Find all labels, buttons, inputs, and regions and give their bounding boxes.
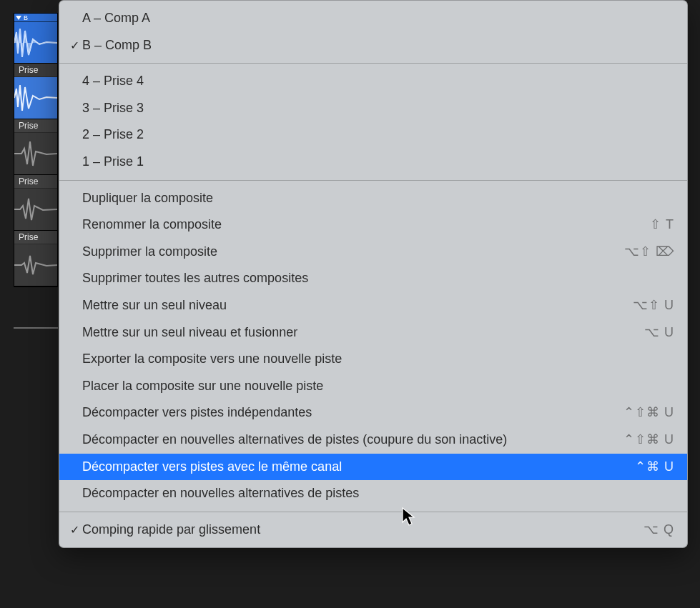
menu-item-unpack-new-alternatives[interactable]: Décompacter en nouvelles alternatives de… [59, 480, 687, 507]
menu-item-label: Placer la composite sur une nouvelle pis… [82, 379, 674, 394]
take-folder-context-menu: A – Comp A ✓ B – Comp B 4 – Prise 4 3 – … [59, 0, 688, 548]
check-icon: ✓ [66, 523, 82, 537]
comp-region[interactable] [14, 22, 57, 64]
check-icon: ✓ [66, 39, 82, 52]
menu-item-delete-other-comps[interactable]: Supprimer toutes les autres composites [59, 265, 687, 292]
menu-item-label: 2 – Prise 2 [82, 127, 674, 143]
disclosure-triangle-icon[interactable] [16, 16, 21, 20]
menu-item-label: Décompacter en nouvelles alternatives de… [82, 486, 674, 502]
menu-item-label: Décompacter vers pistes indépendantes [82, 405, 623, 421]
menu-separator [59, 180, 687, 181]
waveform-icon [14, 25, 57, 61]
menu-item-delete-comp[interactable]: Supprimer la composite ⌥⇧ ⌦ [59, 239, 687, 266]
menu-item-take-4[interactable]: 4 – Prise 4 [59, 68, 687, 95]
menu-shortcut: ⌥⇧ ⌦ [624, 244, 674, 260]
menu-item-take-3[interactable]: 3 – Prise 3 [59, 95, 687, 122]
menu-item-take-2[interactable]: 2 – Prise 2 [59, 121, 687, 149]
menu-shortcut: ⌃⇧⌘ U [623, 405, 674, 421]
take-region[interactable] [14, 189, 57, 230]
take-lane-1[interactable]: Prise [14, 64, 57, 119]
menu-shortcut: ⌥⇧ U [633, 298, 674, 314]
menu-item-label: Décompacter en nouvelles alternatives de… [82, 432, 623, 448]
menu-item-label: A – Comp A [82, 11, 674, 26]
menu-shortcut: ⇧ T [650, 217, 674, 233]
menu-item-flatten[interactable]: Mettre sur un seul niveau ⌥⇧ U [59, 292, 687, 319]
menu-item-label: Mettre sur un seul niveau [82, 298, 633, 314]
menu-item-unpack-same-channel[interactable]: Décompacter vers pistes avec le même can… [59, 454, 687, 481]
take-lane-2[interactable]: Prise [14, 119, 57, 175]
take-region[interactable] [14, 133, 57, 174]
take-region[interactable] [14, 77, 57, 119]
waveform-icon [14, 191, 57, 227]
menu-item-quick-swipe-comping[interactable]: ✓ Comping rapide par glissement ⌥ Q [59, 517, 687, 544]
menu-item-label: Comping rapide par glissement [82, 522, 644, 538]
menu-item-label: Renommer la composite [82, 217, 650, 233]
menu-item-label: Mettre sur un seul niveau et fusionner [82, 325, 644, 341]
menu-item-label: 3 – Prise 3 [82, 101, 674, 116]
menu-separator [59, 63, 687, 64]
menu-item-unpack-new-tracks[interactable]: Décompacter vers pistes indépendantes ⌃⇧… [59, 399, 687, 427]
take-label: Prise [14, 231, 57, 244]
menu-item-label: Dupliquer la composite [82, 191, 674, 206]
take-lane-3[interactable]: Prise [14, 175, 57, 231]
menu-separator [59, 512, 687, 512]
track-divider [14, 327, 58, 329]
menu-item-unpack-new-alternatives-muted[interactable]: Décompacter en nouvelles alternatives de… [59, 427, 687, 454]
take-label: Prise [14, 175, 57, 189]
menu-item-export-comp-new-track[interactable]: Exporter la composite vers une nouvelle … [59, 346, 687, 373]
menu-shortcut: ⌥ U [644, 325, 674, 341]
menu-item-rename-comp[interactable]: Renommer la composite ⇧ T [59, 211, 687, 239]
menu-item-comp-a[interactable]: A – Comp A [59, 5, 687, 32]
menu-item-take-1[interactable]: 1 – Prise 1 [59, 149, 687, 176]
menu-shortcut: ⌃⇧⌘ U [623, 432, 674, 448]
menu-item-label: Supprimer la composite [82, 244, 624, 260]
take-folder-column: B Prise Prise Prise Prise [14, 13, 58, 287]
waveform-icon [14, 80, 57, 116]
take-lane-4[interactable]: Prise [14, 231, 57, 286]
menu-item-duplicate-comp[interactable]: Dupliquer la composite [59, 185, 687, 212]
menu-item-label: Supprimer toutes les autres composites [82, 271, 674, 286]
waveform-icon [14, 136, 57, 171]
take-folder-header[interactable]: B [14, 14, 57, 22]
take-folder-name: B [24, 14, 28, 21]
take-label: Prise [14, 64, 57, 77]
menu-item-label: Décompacter vers pistes avec le même can… [82, 459, 635, 475]
menu-item-flatten-merge[interactable]: Mettre sur un seul niveau et fusionner ⌥… [59, 319, 687, 347]
menu-item-label: Exporter la composite vers une nouvelle … [82, 352, 674, 367]
take-region[interactable] [14, 244, 57, 286]
menu-item-label: B – Comp B [82, 38, 674, 54]
menu-item-comp-b[interactable]: ✓ B – Comp B [59, 32, 687, 59]
waveform-icon [14, 247, 57, 283]
menu-item-label: 4 – Prise 4 [82, 74, 674, 89]
menu-shortcut: ⌥ Q [644, 522, 674, 538]
take-label: Prise [14, 119, 57, 133]
menu-shortcut: ⌃⌘ U [635, 459, 674, 475]
menu-item-move-comp-new-track[interactable]: Placer la composite sur une nouvelle pis… [59, 373, 687, 400]
menu-item-label: 1 – Prise 1 [82, 154, 674, 170]
